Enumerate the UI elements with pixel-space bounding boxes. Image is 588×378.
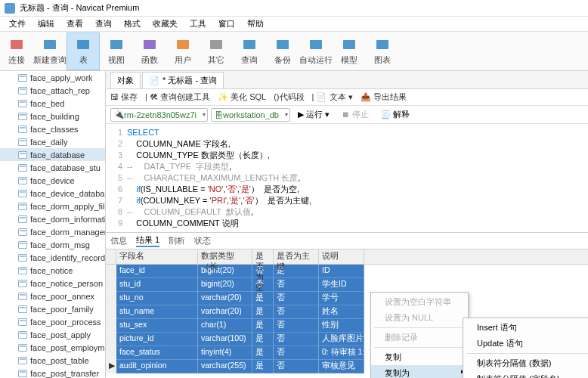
ctx-set-null[interactable]: 设置为 NULL [371,310,468,326]
table-row[interactable]: face_dorm_manager [0,225,105,238]
tool-用户[interactable]: 用户 [166,33,200,70]
database-combo[interactable]: 🗄 workstation_db [211,108,290,122]
table-row[interactable]: face_poor_annex [0,290,105,302]
snippet-button[interactable]: ()代码段 [274,91,304,103]
svg-rect-5 [177,40,189,49]
menu-查看[interactable]: 查看 [60,17,89,31]
sub-tab-names[interactable]: 制表符分隔值 (字段名) [463,371,588,378]
tool-新建查询[interactable]: 新建查询 [33,33,67,70]
tab-status[interactable]: 状态 [194,235,211,246]
tool-视图[interactable]: 视图 [100,33,133,70]
beautify-button[interactable]: ✨ 美化 SQL [218,91,266,103]
context-menu[interactable]: 设置为空白字符串 设置为 NULL 删除记录 复制 复制为 粘贴 显示 [370,292,469,378]
context-submenu[interactable]: Insert 语句 Update 语句 制表符分隔值 (数据) 制表符分隔值 (… [463,318,588,378]
table-row[interactable]: face_bed [0,97,105,110]
title-bar: 无标题 - 查询 - Navicat Premium [0,0,588,17]
col-header[interactable]: 说明 [319,249,364,264]
table-row[interactable]: face_post_transfer [0,367,105,378]
tool-备份[interactable]: 备份 [266,33,299,70]
table-row[interactable]: face_post_employment [0,341,105,354]
result-row[interactable]: face_idbigint(20)否是ID [106,265,588,278]
text-button[interactable]: | 📄 文本 ▾ [312,91,353,103]
table-row[interactable]: face_notice_person [0,277,105,290]
menu-格式[interactable]: 格式 [118,17,147,31]
table-row[interactable]: face_dorm_apply_file [0,200,105,212]
tab-query[interactable]: 📄* 无标题 - 查询 [142,72,224,88]
table-row[interactable]: face_classes [0,122,105,135]
tab-objects[interactable]: 对象 [110,72,141,88]
export-button[interactable]: 📤 导出结果 [361,91,407,103]
object-sidebar[interactable]: face_apply_workface_attach_repface_bedfa… [0,71,106,378]
tool-连接[interactable]: 连接 [0,33,33,70]
svg-rect-8 [277,40,289,49]
table-row[interactable]: face_daily [0,135,105,148]
table-row[interactable]: face_building [0,110,105,122]
menu-帮助[interactable]: 帮助 [241,17,270,31]
menu-收藏夹[interactable]: 收藏夹 [147,17,184,31]
table-row[interactable]: face_post_table [0,354,105,367]
svg-rect-9 [310,40,322,49]
menu-查询[interactable]: 查询 [89,17,118,31]
svg-rect-11 [376,40,388,49]
table-row[interactable]: face_poor_process [0,315,105,328]
explain-button[interactable]: 🧾 解释 [376,108,414,121]
table-row[interactable]: face_notice [0,264,105,277]
table-row[interactable]: face_apply_work [0,71,105,84]
server-combo[interactable]: 🔌 rm-2zetn83n05wz7i [110,108,208,122]
svg-rect-7 [243,40,255,49]
tool-模型[interactable]: 模型 [333,33,366,70]
table-icon [18,370,27,377]
menu-窗口[interactable]: 窗口 [212,17,241,31]
col-header[interactable]: 是否为空 [252,249,274,264]
ctx-copy[interactable]: 复制 [371,349,468,365]
table-row[interactable]: face_dorm_information [0,212,105,225]
tab-profile[interactable]: 剖析 [169,235,185,246]
menu-工具[interactable]: 工具 [184,17,212,31]
table-row[interactable]: face_attach_rep [0,84,105,97]
tab-result1[interactable]: 结果 1 [136,234,159,247]
query-actions: 🖫 保存 | 🛠 查询创建工具 ✨ 美化 SQL ()代码段 | 📄 文本 ▾ … [106,89,588,106]
svg-rect-1 [44,40,56,49]
run-button[interactable]: ▶ 运行 ▾ [293,108,334,121]
stop-button[interactable]: ⏹ 停止 [337,108,373,121]
ctx-delete-record[interactable]: 删除记录 [371,330,468,345]
tab-info[interactable]: 信息 [110,235,127,246]
result-row[interactable]: stu_idbigint(20)否否学生ID [106,278,588,292]
col-header[interactable]: 是否为主键 [274,249,319,264]
table-row[interactable]: face_database [0,148,105,161]
col-header[interactable]: 数据类型（长 [198,249,252,264]
table-row[interactable]: face_dorm_msg [0,238,105,251]
ctx-set-blank[interactable]: 设置为空白字符串 [371,294,468,310]
builder-button[interactable]: | 🛠 查询创建工具 [145,91,210,103]
sub-tab-data[interactable]: 制表符分隔值 (数据) [463,355,588,371]
sub-update[interactable]: Update 语句 [463,336,588,352]
table-row[interactable]: face_post_apply [0,328,105,341]
menu-文件[interactable]: 文件 [3,17,32,31]
table-row[interactable]: face_device [0,174,105,187]
table-row[interactable]: face_database_stu [0,161,105,174]
table-icon [18,331,27,339]
tool-其它[interactable]: 其它 [200,33,233,70]
col-header[interactable]: 字段名 [116,249,198,264]
sub-insert[interactable]: Insert 语句 [463,320,588,336]
app-logo-icon [5,3,15,14]
svg-rect-10 [343,40,355,49]
svg-rect-0 [11,40,23,49]
table-icon [18,318,27,326]
result-tabs: 信息 结果 1 剖析 状态 [106,233,588,249]
table-icon [18,280,27,287]
tool-查询[interactable]: 查询 [233,33,266,70]
sql-editor[interactable]: 1SELECT2 COLUMN_NAME 字段名,3 COLUMN_TYPE 数… [106,124,588,233]
tool-自动运行[interactable]: 自动运行 [299,33,333,70]
table-row[interactable]: face_device_database [0,187,105,200]
menu-编辑[interactable]: 编辑 [32,17,60,31]
tool-函数[interactable]: 函数 [133,33,166,70]
save-button[interactable]: 🖫 保存 [110,91,138,103]
table-row[interactable]: face_identify_record [0,251,105,264]
tool-表[interactable]: 表 [67,33,100,70]
ctx-copy-as[interactable]: 复制为 [371,365,468,378]
table-icon [18,125,27,133]
result-row[interactable]: stu_novarchar(20)是否学号 [106,292,588,305]
tool-图表[interactable]: 图表 [366,33,399,70]
table-row[interactable]: face_poor_family [0,302,105,315]
